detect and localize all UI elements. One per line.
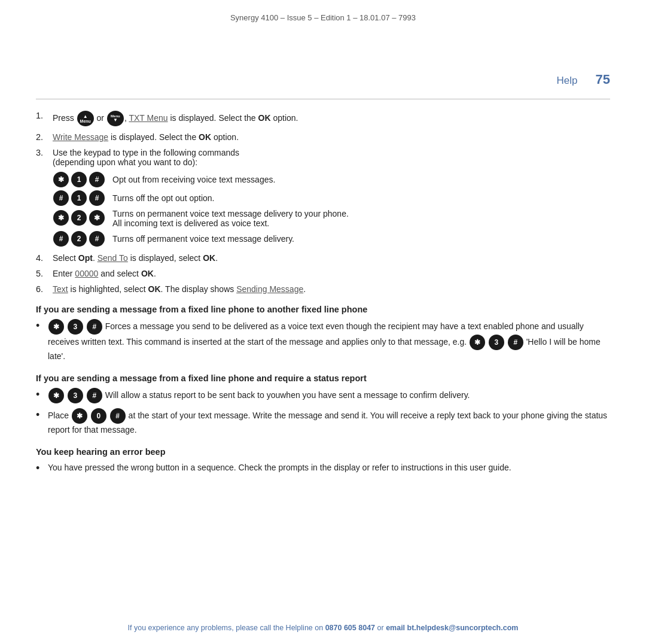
section-1-bullet-1: • ✱ 3 # Forces a message you send to be … — [36, 319, 610, 363]
section-1-heading: If you are sending a message from a fixe… — [36, 305, 610, 314]
help-label: Help — [557, 75, 578, 87]
text-link: Text — [53, 284, 68, 294]
page-number: 75 — [596, 72, 610, 87]
bullet-dot-4: • — [36, 461, 48, 475]
send-to-link: Send To — [97, 253, 128, 263]
footer-bar: If you experience any problems, please c… — [0, 624, 646, 632]
footer-text: If you experience any problems, please c… — [128, 624, 325, 632]
key-1-2: 1 — [71, 190, 87, 206]
section-2-bullet-2-text: Place ✱ 0 # at the start of your text me… — [48, 408, 610, 436]
key-star-1: ✱ — [53, 172, 69, 187]
keys-row-1: ✱ 1 # — [53, 172, 112, 187]
ok-1: OK — [258, 113, 271, 123]
key-2-4: 2 — [71, 231, 87, 247]
step-5-num: 5. — [36, 269, 53, 278]
step-2-num: 2. — [36, 132, 53, 142]
key-s1-hash2: # — [508, 335, 523, 350]
section-2-bullet-1-text: ✱ 3 # Will allow a status report to be s… — [48, 388, 610, 403]
key-s1-star: ✱ — [48, 319, 64, 335]
ok-4: OK — [203, 253, 215, 263]
step-6-num: 6. — [36, 284, 53, 294]
step-5-content: Enter 00000 and select OK. — [53, 269, 610, 278]
keypad-label-3: Turns on permanent voice text message de… — [112, 209, 349, 228]
key-2-3: 2 — [71, 210, 87, 226]
step-4-content: Select Opt. Send To is displayed, select… — [53, 253, 610, 263]
section-3-heading: You keep hearing an error beep — [36, 447, 610, 457]
bullet-dot-1: • — [36, 319, 48, 333]
key-hash-2b: # — [89, 190, 105, 206]
opt-label: Opt — [78, 253, 93, 263]
keypad-label-2: Turns off the opt out option. — [112, 193, 214, 203]
key-hash-1: # — [89, 172, 105, 187]
code-00000: 00000 — [75, 269, 98, 278]
bullet-dot-3: • — [36, 408, 48, 422]
key-s1-3: 3 — [68, 319, 83, 335]
step-4: 4. Select Opt. Send To is displayed, sel… — [36, 253, 610, 263]
keypad-row-4: # 2 # Turns off permanent voice text mes… — [53, 231, 610, 247]
step-1-num: 1. — [36, 111, 53, 120]
ok-6: OK — [148, 284, 161, 294]
step-1: 1. Press ▲ Menu or Menu ▼ , TXT Menu is … — [36, 111, 610, 126]
key-1-1: 1 — [71, 172, 87, 187]
section-fixed-to-fixed: If you are sending a message from a fixe… — [36, 305, 610, 363]
section-1-bullet-1-text: ✱ 3 # Forces a message you send to be de… — [48, 319, 610, 363]
key-s2b-0: 0 — [91, 408, 106, 424]
step-5: 5. Enter 00000 and select OK. — [36, 269, 610, 278]
key-s1-32: 3 — [489, 335, 504, 350]
main-content: 1. Press ▲ Menu or Menu ▼ , TXT Menu is … — [36, 111, 610, 480]
section-2-bullet-2: • Place ✱ 0 # at the start of your text … — [36, 408, 610, 436]
keypad-row-1: ✱ 1 # Opt out from receiving voice text … — [53, 172, 610, 187]
key-s2-star: ✱ — [48, 388, 64, 403]
step-4-num: 4. — [36, 253, 53, 263]
txt-menu-link: TXT Menu — [129, 113, 167, 123]
page-header: Synergy 4100 – Issue 5 – Edition 1 – 18.… — [0, 0, 646, 22]
keypad-row-3: ✱ 2 ✱ Turns on permanent voice text mess… — [53, 209, 610, 228]
sending-message-link: Sending Message — [236, 284, 303, 294]
footer-email: bt.helpdesk@suncorptech.com — [407, 624, 519, 632]
section-3-bullet-1-text: You have pressed the wrong button in a s… — [48, 461, 610, 474]
header-title: Synergy 4100 – Issue 5 – Edition 1 – 18.… — [230, 13, 416, 22]
step-3-content: Use the keypad to type in the following … — [53, 148, 610, 250]
step-6-content: Text is highlighted, select OK. The disp… — [53, 284, 610, 294]
bullet-dot-2: • — [36, 388, 48, 402]
key-s1-hash: # — [87, 319, 102, 335]
key-s1-star2: ✱ — [470, 335, 485, 350]
step-1-content: Press ▲ Menu or Menu ▼ , TXT Menu is dis… — [53, 111, 610, 126]
section-status-report: If you are sending a message from a fixe… — [36, 373, 610, 436]
write-message-link: Write Message — [53, 132, 108, 142]
key-hash-4a: # — [53, 231, 69, 247]
key-star-3b: ✱ — [89, 210, 105, 226]
key-s2b-star: ✱ — [72, 408, 87, 424]
keys-row-2: # 1 # — [53, 190, 112, 206]
keypad-rows: ✱ 1 # Opt out from receiving voice text … — [53, 172, 610, 247]
menu-icon: Menu ▼ — [107, 111, 124, 126]
step-list: 1. Press ▲ Menu or Menu ▼ , TXT Menu is … — [36, 111, 610, 294]
step-2-content: Write Message is displayed. Select the O… — [53, 132, 610, 142]
key-hash-2a: # — [53, 190, 69, 206]
key-s2-hash: # — [87, 388, 102, 403]
keys-row-4: # 2 # — [53, 231, 112, 247]
top-right-nav: Help 75 — [557, 72, 610, 87]
key-star-3a: ✱ — [53, 210, 69, 226]
ok-2: OK — [199, 132, 211, 142]
keypad-row-2: # 1 # Turns off the opt out option. — [53, 190, 610, 206]
footer-email-label: email — [386, 624, 407, 632]
footer-phone: 0870 605 8047 — [325, 624, 375, 632]
section-3-bullet-1: • You have pressed the wrong button in a… — [36, 461, 610, 475]
footer-or: or — [375, 624, 386, 632]
section-2-bullet-1: • ✱ 3 # Will allow a status report to be… — [36, 388, 610, 403]
step-6: 6. Text is highlighted, select OK. The d… — [36, 284, 610, 294]
step-2: 2. Write Message is displayed. Select th… — [36, 132, 610, 142]
key-s2b-hash: # — [110, 408, 126, 424]
section-2-heading: If you are sending a message from a fixe… — [36, 373, 610, 383]
key-hash-4b: # — [89, 231, 105, 247]
step-3: 3. Use the keypad to type in the followi… — [36, 148, 610, 250]
phone-up-icon: ▲ Menu — [77, 111, 94, 126]
keys-row-3: ✱ 2 ✱ — [53, 209, 112, 226]
key-s2-3: 3 — [68, 388, 83, 403]
keypad-label-4: Turns off permanent voice text message d… — [112, 234, 294, 244]
keypad-label-1: Opt out from receiving voice text messag… — [112, 175, 275, 184]
ok-5: OK — [141, 269, 154, 278]
section-error-beep: You keep hearing an error beep • You hav… — [36, 447, 610, 475]
divider — [36, 99, 610, 99]
